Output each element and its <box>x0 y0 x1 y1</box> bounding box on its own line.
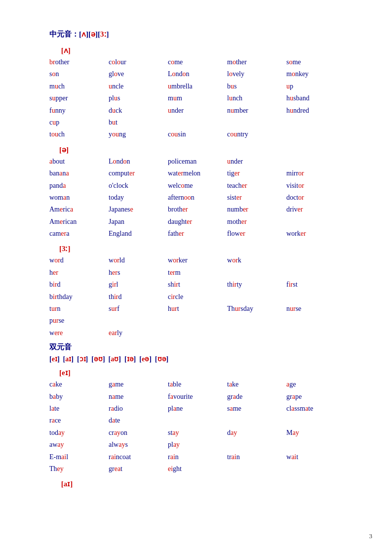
section-a: [ʌ] brother colour come mother some son … <box>49 46 353 140</box>
page-number: 3 <box>369 532 373 540</box>
phoneme-row: baby name favourite grade grape <box>49 391 353 402</box>
section-schwa: [ə] about London policeman under banana … <box>49 145 353 240</box>
phoneme-row: were early <box>49 328 353 339</box>
section-ei: [eɪ] cake game table take age baby name … <box>49 368 353 474</box>
phoneme-3-header: [3ː] <box>59 244 353 253</box>
phoneme-row: race date <box>49 415 353 426</box>
phoneme-row: away always play <box>49 439 353 450</box>
phoneme-schwa-header: [ə] <box>59 145 353 154</box>
phoneme-row: turn surf hurt Thursday nurse <box>49 303 353 314</box>
phoneme-row: purse <box>49 315 353 326</box>
phoneme-row: funny duck under number hundred <box>49 105 353 116</box>
phoneme-row: word world worker work <box>49 255 353 266</box>
phoneme-row: America Japanese brother number driver <box>49 204 353 215</box>
phoneme-a-header: [ʌ] <box>59 46 353 55</box>
phoneme-row: panda o'clock welcome teacher visitor <box>49 180 353 191</box>
phoneme-row: much uncle umbrella bus up <box>49 81 353 92</box>
phoneme-ai-header: [aɪ] <box>59 479 353 488</box>
phoneme-row: cake game table take age <box>49 379 353 390</box>
zhongyuanyin-title: 中元音：[ʌ][ə][3ː] <box>49 30 353 39</box>
phoneme-row: American Japan daughter mother <box>49 216 353 227</box>
phoneme-row: her hers term <box>49 267 353 278</box>
phoneme-row: They great eight <box>49 464 353 474</box>
phoneme-row: bird girl shirt thirty first <box>49 279 353 290</box>
section-3: [3ː] word world worker work her hers ter… <box>49 244 353 339</box>
phoneme-row: cup but <box>49 117 353 128</box>
phoneme-row: today crayon stay day May <box>49 427 353 438</box>
phoneme-row: son glove London lovely monkey <box>49 69 353 80</box>
phoneme-row: late radio plane same classmate <box>49 403 353 414</box>
phoneme-row: E-mail raincoat rain train wait <box>49 452 353 463</box>
phoneme-row: banana computer watermelon tiger mirror <box>49 168 353 179</box>
phoneme-row: touch young cousin country <box>49 129 353 140</box>
page-content: 中元音：[ʌ][ə][3ː] [ʌ] brother colour come m… <box>49 30 353 488</box>
phoneme-row: brother colour come mother some <box>49 57 353 68</box>
phoneme-ei-header: [eɪ] <box>59 368 353 377</box>
phoneme-row: supper plus mum lunch husband <box>49 93 353 104</box>
dual-yuanyin-title: 双元音 <box>49 342 353 352</box>
phoneme-row: birthday third circle <box>49 292 353 302</box>
phoneme-row: about London policeman under <box>49 156 353 167</box>
section-ai: [aɪ] <box>49 479 353 488</box>
section-dual-yuanyin: 双元音 [eɪ] [aɪ] [ɔɪ] [əʊ] [aʊ] [ɪə] [eə] [… <box>49 342 353 363</box>
phoneme-row: woman today afternoon sister doctor <box>49 192 353 203</box>
phoneme-row: camera England father flower worker <box>49 228 353 239</box>
dual-phonemes-line: [eɪ] [aɪ] [ɔɪ] [əʊ] [aʊ] [ɪə] [eə] [ʊə] <box>49 355 353 363</box>
